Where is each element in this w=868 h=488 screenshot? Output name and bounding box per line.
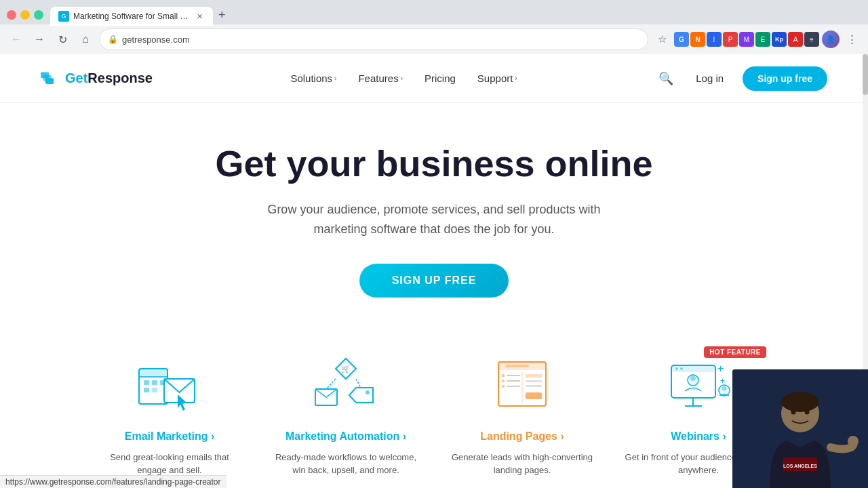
svg-rect-2 [45,78,54,84]
tab-close-button[interactable]: ✕ [194,11,205,22]
logo-response: Response [87,70,153,85]
ext-icon-3[interactable]: I [707,32,722,47]
chevron-down-icon: › [515,75,517,82]
svg-text:+: + [717,363,724,374]
signup-button[interactable]: Sign up free [743,66,827,91]
svg-rect-29 [526,380,542,382]
svg-rect-4 [139,369,167,377]
nav-link-solutions[interactable]: Solutions › [290,73,336,84]
hero-subtitle-line1: Grow your audience, promote services, an… [267,203,600,216]
nav-link-features-label: Features [358,73,398,84]
tab-title: Marketing Software for Small B... [73,12,190,21]
nav-link-features[interactable]: Features › [358,73,403,84]
search-button[interactable]: 🔍 [655,68,677,89]
hero-cta-button[interactable]: SIGN UP FREE [359,264,509,298]
marketing-automation-link[interactable]: Marketing Automation › [271,430,420,443]
svg-rect-24 [502,380,505,382]
nav-link-support-label: Support [477,73,513,84]
svg-text:LOS ANGELES: LOS ANGELES [783,464,817,468]
hot-feature-badge: HOT FEATURE [704,346,766,358]
logo-text: GetResponse [65,70,153,86]
toolbar-icons: ☆ G N I P M E Kp A ≡ 👤 ⋮ [652,30,861,49]
close-button[interactable] [7,10,16,20]
svg-rect-6 [144,380,149,385]
ext-icon-7[interactable]: Kp [772,32,787,47]
reload-button[interactable]: ↻ [53,30,72,49]
ext-icon-5[interactable]: M [739,32,754,47]
svg-point-16 [366,390,370,394]
marketing-automation-icon: 🛒 [271,352,420,420]
email-marketing-link[interactable]: Email Marketing › [95,430,244,443]
address-bar[interactable]: 🔒 getresponse.com [99,28,648,50]
minimize-button[interactable] [20,10,30,20]
ext-icon-8[interactable]: A [788,32,803,47]
svg-rect-26 [502,385,505,388]
svg-rect-31 [526,392,542,399]
active-tab[interactable]: G Marketing Software for Small B... ✕ [50,7,213,26]
ext-icon-1[interactable]: G [674,32,689,47]
nav-actions: 🔍 Log in Sign up free [655,66,827,91]
window-controls [7,10,43,20]
landing-pages-icon [448,352,597,420]
hero-section: Get your business online Grow your audie… [0,103,868,325]
toolbar: ← → ↻ ⌂ 🔒 getresponse.com ☆ G N I P M E … [0,24,868,54]
login-button[interactable]: Log in [688,67,732,89]
ext-icon-4[interactable]: P [723,32,738,47]
page-content: GetResponse Solutions › Features › Prici… [0,54,868,488]
scrollbar-thumb[interactable] [863,54,868,95]
svg-point-51 [791,410,796,415]
svg-rect-30 [526,385,542,387]
hero-title: Get your business online [14,144,854,184]
nav-link-pricing[interactable]: Pricing [425,73,456,84]
ext-icon-9[interactable]: ≡ [804,32,819,47]
svg-rect-22 [502,374,505,377]
forward-button[interactable]: → [30,30,49,49]
svg-point-38 [690,375,696,381]
profile-icon[interactable]: 👤 [822,30,840,48]
feature-card-email: Email Marketing › Send great-looking ema… [81,352,258,477]
svg-rect-7 [152,380,157,385]
svg-rect-25 [507,380,520,382]
nav-link-support[interactable]: Support › [477,73,517,84]
svg-rect-10 [152,388,157,392]
logo-area[interactable]: GetResponse [41,70,153,86]
nav-links: Solutions › Features › Pricing Support › [290,73,517,84]
lock-icon: 🔒 [108,35,118,44]
svg-point-47 [781,392,819,412]
landing-pages-link[interactable]: Landing Pages › [448,430,597,443]
site-nav: GetResponse Solutions › Features › Prici… [0,54,868,103]
back-button[interactable]: ← [7,30,26,49]
bookmark-button[interactable]: ☆ [652,30,671,49]
title-bar: G Marketing Software for Small B... ✕ + [0,0,868,24]
svg-rect-28 [526,374,542,378]
svg-point-50 [848,436,859,447]
home-button[interactable]: ⌂ [76,30,95,49]
chevron-down-icon: › [401,75,403,82]
nav-link-solutions-label: Solutions [290,73,332,84]
svg-rect-9 [144,388,149,392]
svg-rect-23 [507,375,520,376]
maximize-button[interactable] [34,10,43,20]
ext-icon-6[interactable]: E [755,32,770,47]
address-text: getresponse.com [122,35,639,45]
svg-rect-21 [505,365,529,367]
landing-pages-desc: Generate leads with high-converting land… [448,451,597,477]
svg-point-36 [680,367,683,370]
marketing-automation-desc: Ready-made workflows to welcome, win bac… [271,451,420,477]
status-url: https://www.getresponse.com/features/lan… [5,477,221,487]
svg-point-52 [805,410,810,415]
email-marketing-desc: Send great-looking emails that engage an… [95,451,244,477]
new-tab-button[interactable]: + [213,4,231,26]
hero-subtitle-line2: marketing software that does the job for… [313,222,554,236]
feature-card-landing: Landing Pages › Generate leads with high… [434,352,610,477]
video-person: LOS ANGELES [732,369,868,488]
tab-favicon: G [58,11,69,22]
hero-subtitle: Grow your audience, promote services, an… [264,200,604,239]
logo-get: Get [65,70,87,85]
menu-button[interactable]: ⋮ [842,30,861,49]
svg-text:🛒: 🛒 [341,364,351,373]
ext-icon-2[interactable]: N [690,32,705,47]
extension-icons: G N I P M E Kp A ≡ [674,32,819,47]
svg-rect-27 [507,386,520,387]
svg-point-35 [675,367,678,370]
